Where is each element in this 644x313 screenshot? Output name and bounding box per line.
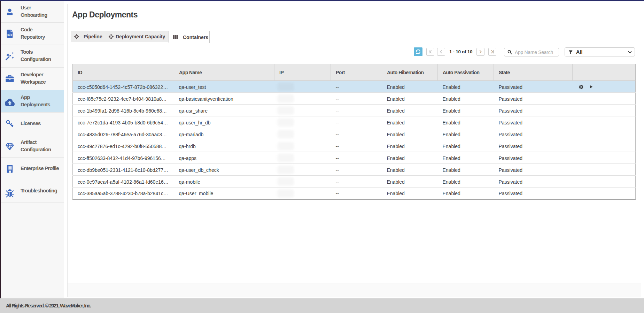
svg-text:</>: </> bbox=[7, 32, 12, 37]
